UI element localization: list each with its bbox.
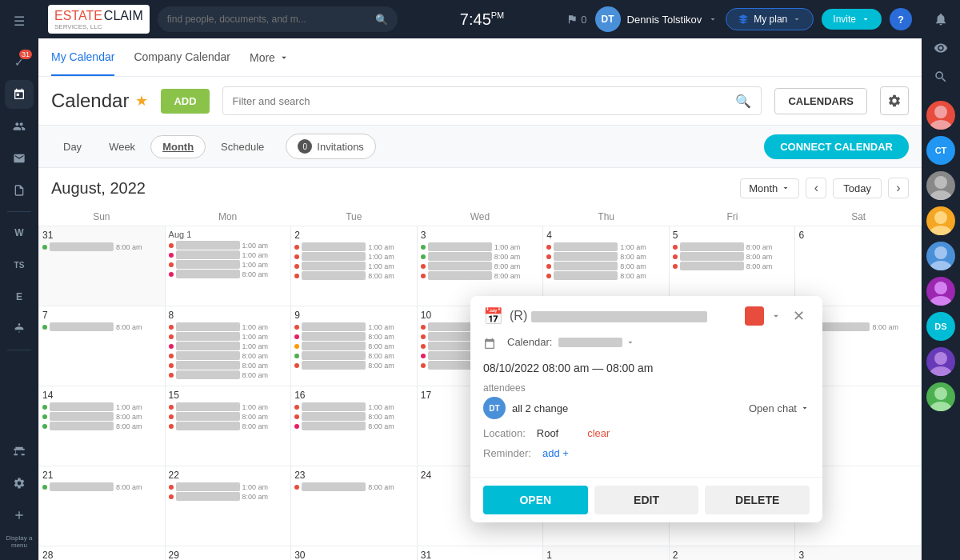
cal-cell-aug9[interactable]: 9 1:00 am 8:00 am 8:00 am 8:00 am 8:00 a… xyxy=(291,306,418,386)
cal-event[interactable]: 8:00 am xyxy=(546,262,666,270)
cal-event[interactable]: 8:00 am xyxy=(169,422,288,430)
cal-event[interactable]: 1:00 am xyxy=(169,342,288,350)
cal-event[interactable]: 8:00 am xyxy=(169,492,288,501)
cal-cell-aug21[interactable]: 21 8:00 am xyxy=(39,466,166,546)
cal-event[interactable]: 8:00 am xyxy=(294,422,414,430)
sidebar-docs[interactable] xyxy=(5,176,34,205)
cal-event[interactable]: 8:00 am xyxy=(294,271,414,280)
tab-more[interactable]: More xyxy=(250,51,290,64)
filter-input[interactable] xyxy=(233,95,730,107)
favorite-star-icon[interactable]: ★ xyxy=(135,92,148,110)
cal-cell-aug31[interactable]: 31 8:00 am 8:00 am 8:00 am xyxy=(418,546,544,560)
cal-cell-aug16[interactable]: 16 1:00 am 8:00 am 8:00 am xyxy=(291,386,418,466)
cal-event[interactable]: 8:00 am xyxy=(294,332,414,341)
cal-event[interactable]: 1:00 am xyxy=(294,402,414,411)
cal-cell-sep3[interactable]: 3 xyxy=(795,546,922,560)
sidebar-w[interactable]: W xyxy=(5,218,34,247)
cal-event[interactable]: 1:00 am xyxy=(169,260,288,269)
cal-cell-aug29[interactable]: 29 1:00 am xyxy=(166,546,292,560)
cal-event[interactable]: 8:00 am xyxy=(169,370,288,379)
cal-event[interactable]: 8:00 am xyxy=(42,242,162,251)
tab-company-calendar[interactable]: Company Calendar xyxy=(134,39,230,76)
popup-close-button[interactable]: ✕ xyxy=(788,306,810,326)
cal-cell-aug6[interactable]: 6 xyxy=(795,226,922,306)
cal-event[interactable]: 1:00 am xyxy=(42,402,162,411)
cal-event[interactable]: 1:00 am xyxy=(294,322,414,331)
sidebar-org-chart[interactable] xyxy=(5,437,34,466)
cal-event[interactable]: 8:00 am xyxy=(294,351,414,360)
sidebar-add[interactable] xyxy=(5,501,34,530)
cal-cell-aug14[interactable]: 14 1:00 am 8:00 am 8:00 am xyxy=(39,386,166,466)
view-day-button[interactable]: Day xyxy=(51,135,94,158)
calendars-button[interactable]: CALENDARS xyxy=(774,88,867,114)
sidebar-avatar-3[interactable] xyxy=(926,171,955,200)
cal-cell-aug5[interactable]: 5 8:00 am 8:00 am 8:00 am xyxy=(670,226,796,306)
cal-cell-sep1[interactable]: 1 xyxy=(543,546,670,560)
sidebar-avatar-8[interactable] xyxy=(926,347,955,376)
prev-month-button[interactable]: ‹ xyxy=(806,178,826,198)
cal-cell-aug3[interactable]: 3 1:00 am 8:00 am 8:00 am 8:00 am xyxy=(418,226,544,306)
add-reminder-button[interactable]: add + xyxy=(542,447,569,459)
cal-cell-aug23[interactable]: 23 8:00 am xyxy=(291,466,418,546)
cal-event[interactable]: 8:00 am xyxy=(421,262,540,270)
my-plan-button[interactable]: My plan xyxy=(726,8,814,30)
user-info[interactable]: DT Dennis Tolstikov xyxy=(595,6,718,32)
cal-cell-aug4[interactable]: 4 1:00 am 8:00 am 8:00 am 8:00 am xyxy=(543,226,670,306)
cal-event[interactable]: 1:00 am xyxy=(169,332,288,341)
help-button[interactable]: ? xyxy=(890,8,912,30)
cal-event[interactable]: 8:00 am xyxy=(673,262,792,270)
event-color-picker[interactable] xyxy=(745,306,764,326)
notification-bell-button[interactable] xyxy=(928,6,954,32)
cal-event[interactable]: 8:00 am xyxy=(294,482,414,491)
sidebar-avatar-ct[interactable]: CT xyxy=(926,136,955,165)
cal-event[interactable]: 8:00 am xyxy=(169,270,288,278)
sidebar-avatar-5[interactable] xyxy=(926,242,955,270)
open-event-button[interactable]: OPEN xyxy=(483,486,588,514)
cal-event[interactable]: 8:00 am xyxy=(546,252,666,261)
cal-event[interactable]: 8:00 am xyxy=(42,412,162,421)
month-view-dropdown[interactable]: Month xyxy=(740,178,799,198)
cal-event[interactable]: 8:00 am xyxy=(42,482,162,491)
connect-calendar-button[interactable]: CONNECT CALENDAR xyxy=(764,134,909,159)
delete-event-button[interactable]: DELETE xyxy=(705,486,810,514)
cal-event[interactable]: 1:00 am xyxy=(294,262,414,270)
cal-event[interactable]: 8:00 am xyxy=(294,412,414,421)
sidebar-people[interactable] xyxy=(5,112,34,141)
clear-location-button[interactable]: clear xyxy=(587,427,610,439)
calendar-settings-button[interactable] xyxy=(880,86,909,115)
cal-event[interactable]: 1:00 am xyxy=(169,241,288,250)
cal-event[interactable]: 8:00 am xyxy=(673,252,792,261)
search-sidebar-button[interactable] xyxy=(928,64,954,90)
sidebar-settings[interactable] xyxy=(5,469,34,498)
edit-event-button[interactable]: EDIT xyxy=(594,486,699,514)
sidebar-tasks[interactable]: ✓ 31 xyxy=(5,48,34,77)
cal-event[interactable]: 1:00 am xyxy=(169,402,288,411)
cal-event[interactable]: 1:00 am xyxy=(546,242,666,251)
invitations-button[interactable]: 0 Invitations xyxy=(286,134,376,159)
open-chat-button[interactable]: Open chat xyxy=(749,402,810,414)
view-week-button[interactable]: Week xyxy=(97,135,147,158)
cal-cell-aug30[interactable]: 30 8:00 am xyxy=(291,546,418,560)
view-schedule-button[interactable]: Schedule xyxy=(209,135,276,158)
view-month-button[interactable]: Month xyxy=(150,135,206,158)
cal-event[interactable]: 8:00 am xyxy=(169,361,288,370)
cal-cell-aug28[interactable]: 28 8:00 am xyxy=(39,546,166,560)
sidebar-avatar-4[interactable] xyxy=(926,206,955,235)
cal-event[interactable]: 8:00 am xyxy=(294,342,414,350)
cal-cell-aug1[interactable]: Aug 1 1:00 am 1:00 am 1:00 am 8:00 am xyxy=(166,226,292,306)
cal-event[interactable]: 8:00 am xyxy=(421,271,540,280)
next-month-button[interactable]: › xyxy=(888,178,909,198)
filter-search-bar[interactable]: 🔍 xyxy=(222,86,762,115)
sidebar-avatar-ds[interactable]: DS xyxy=(926,312,955,341)
cal-event[interactable]: 8:00 am xyxy=(673,242,792,251)
sidebar-avatar-9[interactable] xyxy=(926,382,955,411)
eye-button[interactable] xyxy=(928,35,954,61)
color-dropdown-icon[interactable] xyxy=(770,310,782,322)
sidebar-e[interactable]: E xyxy=(5,282,34,311)
cal-event[interactable]: 8:00 am xyxy=(169,351,288,360)
cal-event[interactable]: 1:00 am xyxy=(169,250,288,259)
cal-event[interactable]: 1:00 am xyxy=(169,482,288,491)
cal-event[interactable]: 8:00 am xyxy=(546,271,666,280)
cal-event[interactable]: 1:00 am xyxy=(421,242,540,251)
cal-cell-sep2[interactable]: 2 xyxy=(670,546,796,560)
